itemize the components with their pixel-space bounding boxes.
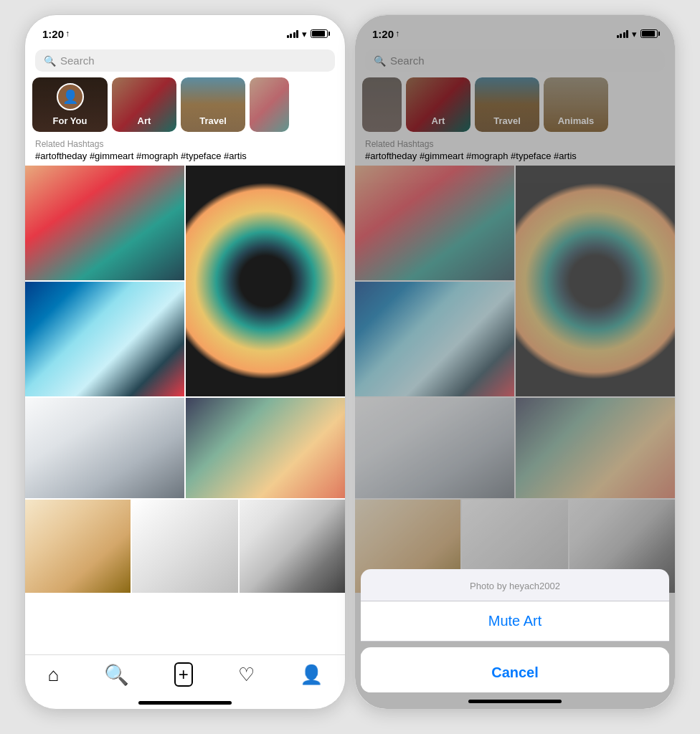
- nav-add-left[interactable]: +: [174, 662, 193, 687]
- photo-grid-left: [25, 166, 345, 654]
- grid-photo-1[interactable]: [25, 166, 184, 280]
- grid-photo-drawing[interactable]: [240, 500, 345, 593]
- hashtags-left: Related Hashtags #artoftheday #gimmeart …: [25, 138, 345, 166]
- cancel-button[interactable]: Cancel: [361, 653, 669, 692]
- location-icon-left: ↑: [65, 29, 70, 39]
- avatar-for-you: 👤: [57, 83, 84, 110]
- wifi-icon-left: ▾: [302, 29, 307, 39]
- time-left: 1:20: [42, 28, 64, 40]
- right-phone: 1:20 ↑ ▾ 🔍 Search: [354, 14, 676, 710]
- tab-travel[interactable]: Travel: [181, 77, 245, 132]
- mute-art-button[interactable]: Mute Art: [361, 601, 669, 642]
- grid-photo-gnomes[interactable]: [186, 398, 345, 498]
- hashtags-label-left: Related Hashtags: [35, 139, 335, 149]
- grid-photo-comic[interactable]: [25, 282, 184, 396]
- action-sheet: Photo by heyach2002 Mute Art Cancel: [355, 569, 675, 709]
- tab-for-you-label: For You: [32, 115, 108, 126]
- tab-for-you[interactable]: 👤 For You: [32, 77, 108, 132]
- tab-travel-label: Travel: [181, 115, 245, 126]
- tab-art-label: Art: [112, 115, 176, 126]
- search-placeholder-left: Search: [60, 54, 95, 67]
- tab-more[interactable]: [250, 77, 289, 132]
- nav-search-left[interactable]: 🔍: [104, 663, 129, 687]
- modal-photo-by: Photo by heyach2002: [470, 581, 560, 591]
- modal-header: Photo by heyach2002: [361, 569, 669, 601]
- left-phone: 1:20 ↑ ▾ 🔍 Search: [24, 14, 346, 710]
- tab-art[interactable]: Art: [112, 77, 176, 132]
- grid-photo-papers[interactable]: [132, 500, 237, 593]
- grid-photo-vinyl[interactable]: [186, 166, 345, 396]
- nav-home-left[interactable]: ⌂: [47, 664, 59, 686]
- signal-left: [287, 30, 299, 38]
- hashtags-text-left: #artoftheday #gimmeart #mograph #typefac…: [35, 151, 335, 161]
- bottom-nav-left: ⌂ 🔍 + ♡ 👤: [25, 654, 345, 701]
- status-icons-left: ▾: [287, 29, 328, 39]
- grid-row-4: [25, 500, 345, 593]
- nav-heart-left[interactable]: ♡: [238, 664, 255, 686]
- category-tabs-left: 👤 For You Art Travel: [25, 77, 345, 138]
- modal-content: Photo by heyach2002 Mute Art: [361, 569, 669, 642]
- cancel-container: Cancel: [361, 647, 669, 692]
- home-bar-right: [468, 700, 562, 703]
- battery-left: [311, 29, 328, 38]
- search-bar-left[interactable]: 🔍 Search: [35, 49, 335, 72]
- home-bar-left: [138, 701, 232, 705]
- grid-photo-dog[interactable]: [25, 500, 131, 593]
- app-container: 1:20 ↑ ▾ 🔍 Search: [0, 0, 700, 734]
- nav-profile-left[interactable]: 👤: [300, 664, 323, 686]
- status-bar-left: 1:20 ↑ ▾: [25, 15, 345, 47]
- search-icon-left: 🔍: [44, 55, 56, 67]
- grid-photo-sketch[interactable]: [25, 398, 184, 498]
